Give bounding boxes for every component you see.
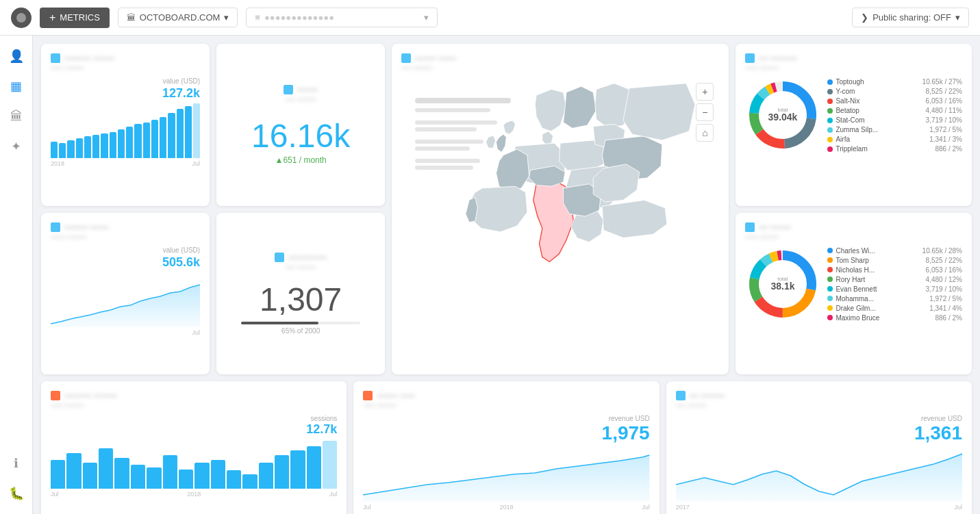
- standup-subtitle: •••• ••••••••: [286, 264, 316, 271]
- bar: [323, 441, 337, 489]
- standup-progress-wrap: [241, 322, 360, 324]
- revenue2-icon: [676, 391, 686, 400]
- bar: [84, 136, 91, 158]
- legend-item: Mohamma...1,972 / 5%: [827, 295, 962, 303]
- legend-dot: [827, 296, 833, 301]
- bar: [66, 453, 81, 489]
- map-overlay-text5: [415, 140, 483, 144]
- revenue-chart-xaxis: 2018 Jul: [51, 160, 200, 167]
- top-sources-donut: total 39.04k: [745, 77, 820, 155]
- pipeline-area-chart: [51, 272, 200, 327]
- map-overlay-text2: [415, 108, 490, 112]
- zoom-in-button[interactable]: +: [696, 83, 714, 101]
- traffic-icon: [51, 391, 60, 400]
- standup-progress-bar: [241, 322, 318, 324]
- sidebar-item-user[interactable]: 👤: [4, 44, 29, 68]
- legend-item: Y-com8,525 / 22%: [827, 88, 962, 95]
- legend-item: Nicholas H...6,053 / 16%: [827, 266, 962, 274]
- bar: [51, 460, 65, 489]
- sidebar-item-dashboard[interactable]: ▦: [4, 74, 29, 99]
- goals-icon: [363, 391, 373, 400]
- bar: [275, 455, 289, 489]
- legend-dot: [827, 127, 833, 133]
- legend-dot: [827, 257, 833, 263]
- legend-dot: [827, 108, 833, 114]
- revenue-chart-value: 127.2k: [51, 86, 200, 101]
- map-subtitle: •••• ••••••••: [401, 64, 719, 72]
- bar: [194, 463, 209, 489]
- total-icon: [284, 85, 293, 94]
- bar: [163, 455, 177, 489]
- bar: [101, 133, 108, 158]
- bar: [168, 113, 175, 158]
- logo: [11, 8, 32, 28]
- sidebar-item-bank[interactable]: 🏛: [4, 104, 29, 129]
- topbar: + METRICS 🏛 OCTOBOARD.COM ▾ ≡ ●●●●●●●●●●…: [0, 0, 980, 36]
- bar: [227, 470, 241, 489]
- standup-title: •••••••••••••: [275, 253, 327, 262]
- bar: [59, 143, 66, 158]
- bar: [114, 458, 129, 489]
- goals-header: revenue USD: [363, 415, 649, 422]
- share-button[interactable]: ❯ Public sharing: OFF ▾: [852, 8, 969, 27]
- top-revenue-card: ••• •••••••• •••• •••••••• revenue USD 1…: [666, 381, 972, 514]
- zoom-out-button[interactable]: −: [696, 103, 714, 121]
- bar: [143, 123, 150, 158]
- goals-value: 1,975: [363, 422, 649, 444]
- map-overlay-text1: [415, 98, 511, 103]
- legend-dot: [827, 305, 833, 311]
- revenue-chart-subtitle: ••••• ••••••••: [51, 64, 200, 72]
- sidebar-item-info[interactable]: ℹ: [4, 451, 29, 476]
- plus-icon: +: [49, 12, 55, 24]
- bar: [177, 109, 184, 158]
- revenue2-label: revenue USD: [921, 415, 962, 422]
- top-sellers-donut: total 38.1k: [745, 246, 820, 324]
- sessions-label: sessions: [310, 415, 337, 422]
- traffic-xaxis: Jul 2018 Jul: [51, 491, 337, 498]
- traffic-header: sessions: [51, 415, 337, 422]
- legend-dot: [827, 137, 833, 142]
- legend-item: Tripplelam886 / 2%: [827, 145, 962, 153]
- org-selector[interactable]: 🏛 OCTOBOARD.COM ▾: [118, 8, 238, 27]
- metrics-button[interactable]: + METRICS: [40, 8, 110, 28]
- website-traffic-card: ••••••••• •••••••• ••••• •••••••• sessio…: [41, 381, 347, 514]
- map-container: + − ⌂: [401, 77, 719, 365]
- map-overlay-text3: [415, 120, 497, 125]
- map-overlay-text4: [415, 127, 477, 131]
- sidebar-item-star[interactable]: ✦: [4, 134, 29, 159]
- bar: [126, 127, 133, 158]
- map-controls: + − ⌂: [696, 83, 714, 142]
- pipeline-xaxis: Jul: [51, 329, 200, 336]
- revenue-bar-chart: [51, 103, 200, 158]
- rory-hart-label: Rory Hart: [835, 276, 922, 283]
- legend-dot: [827, 146, 833, 152]
- top-sources-layout: total 39.04k Toptough10.65k / 27% Y-com8…: [745, 77, 962, 155]
- filter-icon: ≡: [255, 12, 260, 23]
- legend-dot: [827, 248, 833, 253]
- legend-item: Toptough10.65k / 27%: [827, 78, 962, 86]
- bar: [110, 132, 116, 158]
- legend-dot: [827, 118, 833, 123]
- legend-dot: [827, 79, 833, 85]
- map-icon: [401, 53, 411, 63]
- app-layout: 👤 ▦ 🏛 ✦ ℹ 🐛 ••••••••• ••••••• ••••• ••••…: [0, 36, 980, 514]
- filter-selector[interactable]: ≡ ●●●●●●●●●●●●● ▾: [246, 8, 438, 27]
- legend-item: Salt-Nix6,053 / 16%: [827, 97, 962, 105]
- pipeline-label: value (USD): [51, 246, 200, 254]
- legend-dot: [827, 277, 833, 282]
- sidebar-item-bug[interactable]: 🐛: [4, 481, 29, 506]
- total-card: ••••••• •••• •••••••• 16.16k ▲651 / mont…: [216, 44, 385, 206]
- total-subtitle: •••• ••••••••: [286, 96, 316, 103]
- bar: [193, 103, 200, 158]
- svg-point-0: [16, 13, 26, 23]
- bar: [99, 448, 113, 489]
- top-sellers-card: ••• ••••••• ••••• ••••••••: [736, 213, 972, 375]
- top-sources-title: ••• •••••••••: [745, 53, 962, 63]
- website-traffic-subtitle: ••••• ••••••••: [51, 402, 337, 409]
- main-content: ••••••••• ••••••• ••••• •••••••• value (…: [33, 36, 980, 514]
- bar: [67, 140, 74, 158]
- revenue-chart-title: ••••••••• •••••••: [51, 53, 200, 63]
- home-button[interactable]: ⌂: [696, 124, 714, 142]
- top-revenue-subtitle: •••• ••••••••: [676, 402, 962, 409]
- top-sellers-layout: total 38.1k Charles Wi...10.65k / 28% To…: [745, 246, 962, 324]
